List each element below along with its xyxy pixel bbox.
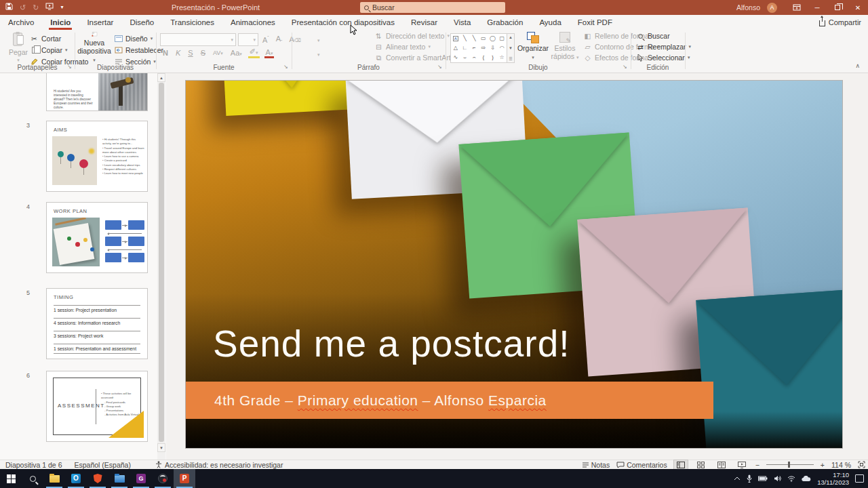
quick-styles-button[interactable]: Estilosrápidos ▾ [551,32,579,63]
ribbon-display-options-icon[interactable] [787,0,807,15]
tab-grabacion[interactable]: Grabación [479,15,531,30]
powerpoint-taskbar-button[interactable]: P [174,469,195,488]
smartart-button[interactable]: ⧉Convertir a SmartArt▾ [374,54,456,62]
thumbnail-slide-4[interactable]: WORK PLAN [46,202,148,273]
shapes-gallery-scrollbar[interactable]: ▲▼☰ [507,33,515,63]
start-button[interactable] [0,469,22,488]
paragraph-dialog-launcher[interactable]: ↘ [437,64,442,70]
slide-layout-button[interactable]: Diseño▾ [114,33,153,44]
shape-curve-icon[interactable]: ⌣ [463,55,467,60]
wifi-icon[interactable] [787,476,795,482]
tab-insertar[interactable]: Insertar [79,15,121,30]
notes-button[interactable]: Notas [582,461,610,469]
share-button[interactable]: Compartir [819,15,861,30]
slide-counter[interactable]: Diapositiva 1 de 6 [5,461,62,469]
thumbnail-slide-6[interactable]: ASSESSMENT • These activities will be as… [46,371,148,442]
tab-transiciones[interactable]: Transiciones [162,15,222,30]
hidden-icons-chevron[interactable] [734,476,741,481]
zoom-in-button[interactable]: + [821,461,825,469]
collapse-ribbon-icon[interactable]: ∧ [855,62,860,69]
save-icon[interactable] [5,0,13,15]
tab-ayuda[interactable]: Ayuda [531,15,569,30]
shape-line2-icon[interactable]: ╲ [473,36,476,41]
replace-button[interactable]: ⇄Reemplazar▾ [636,43,691,52]
scroll-up-icon[interactable]: ▲ [157,73,165,82]
shape-connector-icon[interactable]: ⌐ [473,45,476,51]
shape-arrow-down-icon[interactable]: ⇩ [490,45,495,51]
shape-triangle-icon[interactable]: △ [454,45,458,51]
zoom-level[interactable]: 114 % [831,461,851,469]
action-center-icon[interactable] [855,474,864,483]
onedrive-cloud-icon[interactable] [802,476,811,482]
text-direction-button[interactable]: ⇅Dirección del texto▾ [374,32,456,41]
volume-icon[interactable] [774,475,781,482]
shape-scribble-icon[interactable]: ∿ [453,55,458,60]
slideshow-view-button[interactable] [735,460,749,469]
battery-icon[interactable] [758,476,768,481]
shape-brace-left-icon[interactable]: { [482,55,484,60]
tab-inicio[interactable]: Inicio [42,15,79,30]
outlook-button[interactable]: O [65,469,87,488]
tab-diseno[interactable]: Diseño [121,15,162,30]
copy-button[interactable]: Copiar▾ [30,45,67,56]
tab-foxit-pdf[interactable]: Foxit PDF [570,15,620,30]
font-color-icon[interactable]: A▾ [264,48,275,58]
search-box[interactable] [360,2,505,13]
scroll-down-icon[interactable]: ▼ [157,443,165,452]
avatar[interactable]: A [767,3,777,13]
minimize-button[interactable]: ─ [807,0,827,15]
customize-quick-access-icon[interactable]: ▾ [60,0,63,15]
shapes-gallery[interactable]: A ╲ ╲ ▭ ◯ ▢ △ ∟ ⌐ ⇨ ⇩ ◠ ∿ ⌣ ⌢ { } ☆ [450,33,507,63]
obs-studio-button[interactable] [152,469,174,488]
user-name[interactable]: Alfonso [736,3,760,12]
taskbar-clock[interactable]: 17:1013/11/2023 [817,471,849,486]
font-dialog-launcher[interactable]: ↘ [283,64,288,70]
underline-button[interactable]: S [186,49,194,57]
tab-presentacion[interactable]: Presentación con diapositivas [283,15,403,30]
scrollbar-thumb[interactable] [159,83,164,442]
shape-rect-icon[interactable]: ▭ [481,36,486,41]
comments-button[interactable]: Comentarios [616,461,667,469]
clipboard-dialog-launcher[interactable]: ↘ [67,64,72,70]
slide-sorter-view-button[interactable] [694,460,708,469]
bold-button[interactable]: N [161,49,170,57]
new-slide-button[interactable]: Nuevadiapositiva ▾ [79,32,110,63]
taskbar-search-button[interactable] [22,469,43,488]
shape-line-icon[interactable]: ╲ [463,36,467,41]
file-explorer-button[interactable] [43,469,65,488]
select-button[interactable]: Seleccionar▾ [636,54,691,62]
thumbnail-slide-5[interactable]: TIMING 1 session: Project presentation 4… [46,288,148,359]
thumbnail-slide-3[interactable]: AIMS Hi students! Through this activity,… [46,121,148,192]
thumbnail-slide-2[interactable]: Hi students! Are you interested in trave… [46,73,148,111]
shape-arrow-right-icon[interactable]: ⇨ [481,45,486,51]
slide-canvas[interactable]: Send me a postcard! 4th Grade – Primary … [185,80,843,449]
reading-view-button[interactable] [715,460,728,469]
find-button[interactable]: Buscar [636,32,691,41]
text-highlight-icon[interactable]: ✐▾ [248,47,260,58]
columns-icon[interactable]: ▾ [317,49,320,58]
restore-button[interactable] [827,0,848,15]
language-indicator[interactable]: Español (España) [74,461,130,469]
zoom-slider-thumb[interactable] [788,462,790,468]
shape-oval-icon[interactable]: ◯ [490,36,496,41]
cut-button[interactable]: ✂Cortar [30,33,61,44]
microphone-icon[interactable] [747,474,752,483]
shape-textbox-icon[interactable]: A [453,36,458,41]
tab-animaciones[interactable]: Animaciones [222,15,283,30]
close-button[interactable]: ✕ [848,0,868,15]
search-input[interactable] [372,3,488,12]
shape-brace-right-icon[interactable]: } [492,55,494,60]
slide-title-text[interactable]: Send me a postcard! [213,322,570,365]
shape-arc-icon[interactable]: ◠ [500,45,505,51]
blue-folder-app-button[interactable] [108,469,130,488]
character-spacing-button[interactable]: AV▾ [212,49,224,56]
brave-browser-button[interactable] [87,469,108,488]
normal-view-button[interactable] [674,460,688,469]
shape-elbow-icon[interactable]: ∟ [462,45,468,51]
fit-slide-to-window-icon[interactable] [858,461,865,468]
tab-vista[interactable]: Vista [446,15,479,30]
thumbnail-scrollbar[interactable]: ▲ ▼ [157,73,165,460]
shape-star-icon[interactable]: ☆ [500,55,505,60]
g-app-button[interactable]: G [130,469,152,488]
zoom-out-button[interactable]: − [755,461,760,469]
